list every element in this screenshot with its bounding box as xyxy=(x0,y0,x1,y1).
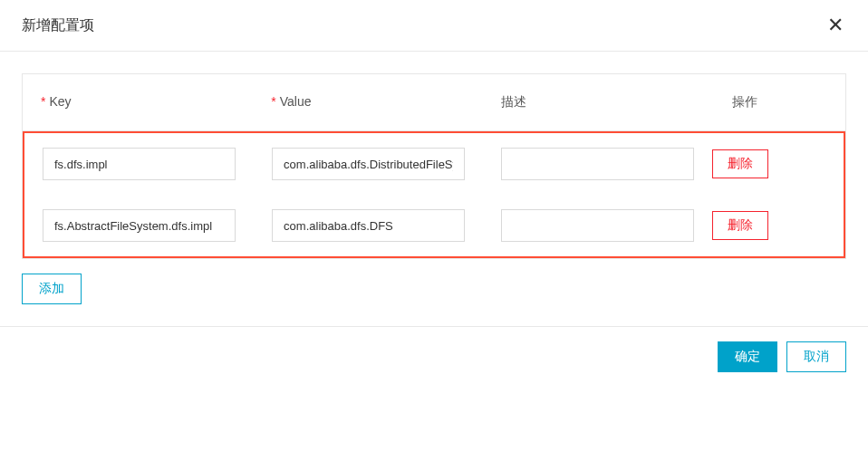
header-value: *Value xyxy=(253,74,483,130)
table-header: *Key *Value 描述 操作 xyxy=(23,74,845,131)
header-description: 描述 xyxy=(483,74,713,130)
header-action: 操作 xyxy=(714,74,845,130)
cancel-button[interactable]: 取消 xyxy=(786,341,846,372)
header-key: *Key xyxy=(23,74,253,130)
description-input[interactable] xyxy=(501,148,694,180)
close-icon: ✕ xyxy=(827,15,844,35)
delete-button[interactable]: 删除 xyxy=(712,211,768,240)
value-input[interactable] xyxy=(272,209,465,242)
required-mark: * xyxy=(271,94,275,109)
modal-footer: 确定 取消 xyxy=(0,326,868,387)
table-row: 删除 xyxy=(24,133,844,195)
rows-highlight: 删除 删除 xyxy=(23,131,845,258)
description-input[interactable] xyxy=(501,209,694,242)
value-input[interactable] xyxy=(272,148,465,180)
delete-button[interactable]: 删除 xyxy=(712,149,768,178)
key-input[interactable] xyxy=(43,148,236,180)
close-button[interactable]: ✕ xyxy=(825,14,846,36)
config-table: *Key *Value 描述 操作 xyxy=(22,73,846,259)
confirm-button[interactable]: 确定 xyxy=(718,341,777,372)
required-mark: * xyxy=(41,94,45,109)
table-row: 删除 xyxy=(24,195,844,256)
modal-title: 新增配置项 xyxy=(22,16,94,35)
add-button[interactable]: 添加 xyxy=(22,274,82,304)
key-input[interactable] xyxy=(43,209,236,242)
